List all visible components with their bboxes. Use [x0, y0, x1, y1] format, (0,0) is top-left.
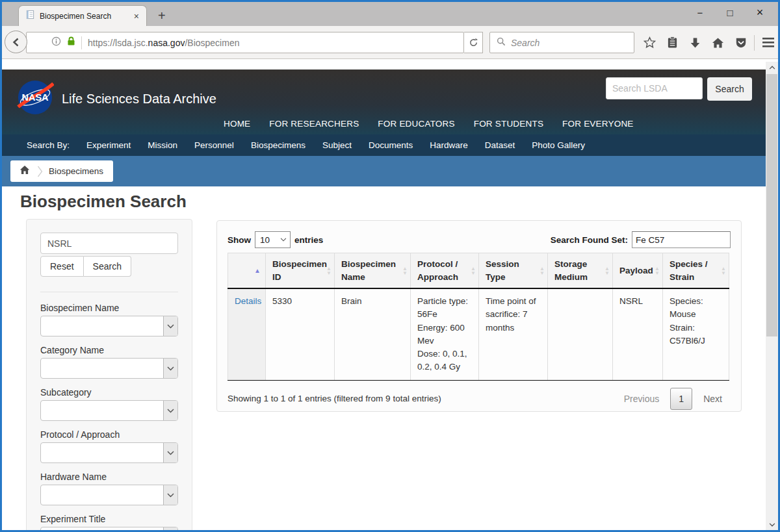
- found-set-label: Search Found Set:: [551, 235, 628, 245]
- column-header-biospecimen-name[interactable]: Biospecimen Name▲▼: [335, 253, 411, 289]
- main-nav: HOME FOR RESEARCHERS FOR EDUCATORS FOR S…: [224, 119, 634, 129]
- sort-icons: ▲▼: [540, 266, 545, 275]
- sort-icons: ▲▼: [655, 266, 660, 275]
- nav-for-researchers[interactable]: FOR RESEARCHERS: [269, 119, 359, 129]
- filter-label-subcategory: Subcategory: [40, 387, 178, 398]
- menu-hamburger-icon[interactable]: [757, 38, 779, 47]
- searchby-experiment[interactable]: Experiment: [86, 140, 131, 150]
- column-header-species-strain[interactable]: Species / Strain▲▼: [663, 253, 729, 289]
- searchby-documents[interactable]: Documents: [369, 140, 413, 150]
- sort-ascending-icon: ▲: [254, 266, 261, 275]
- searchby-dataset[interactable]: Dataset: [485, 140, 515, 150]
- new-tab-button[interactable]: +: [153, 8, 171, 23]
- search-by-bar: Search By: Experiment Mission Personnel …: [2, 134, 766, 156]
- site-info-icon[interactable]: [51, 36, 61, 49]
- pagination-page-1[interactable]: 1: [670, 388, 692, 410]
- cell-payload: NSRL: [613, 288, 663, 380]
- column-header-biospecimen-id[interactable]: Biospecimen ID▲▼: [266, 253, 335, 289]
- filter-select-subcategory[interactable]: [40, 400, 178, 421]
- column-header-session-type[interactable]: Session Type▲▼: [479, 253, 548, 289]
- bookmark-star-icon[interactable]: [638, 36, 661, 49]
- pagination-next[interactable]: Next: [703, 394, 722, 404]
- nav-for-everyone[interactable]: FOR EVERYONE: [562, 119, 633, 129]
- sort-icons: ▲▼: [402, 266, 408, 275]
- sort-icons: ▲▼: [721, 266, 726, 275]
- downloads-icon[interactable]: [684, 37, 707, 49]
- nav-for-students[interactable]: FOR STUDENTS: [474, 119, 543, 129]
- filter-select-biospecimen-name[interactable]: [40, 316, 178, 336]
- url-bar[interactable]: https://lsda.jsc.nasa.gov/Biospecimen: [26, 32, 464, 53]
- reload-button[interactable]: [464, 32, 483, 53]
- chevron-down-icon: [163, 443, 177, 462]
- back-arrow-icon: [11, 37, 21, 47]
- searchby-subject[interactable]: Subject: [322, 140, 352, 150]
- window-close-button[interactable]: ×: [751, 6, 769, 19]
- svg-text:NASA: NASA: [21, 92, 49, 103]
- breadcrumb: Biospecimens: [10, 160, 113, 182]
- search-button[interactable]: Search: [84, 256, 131, 277]
- filter-select-protocol-approach[interactable]: [40, 442, 178, 463]
- pagination-previous[interactable]: Previous: [624, 394, 659, 404]
- pocket-icon[interactable]: [729, 37, 752, 49]
- window-maximize-button[interactable]: □: [721, 7, 739, 18]
- column-header-storage-medium[interactable]: Storage Medium▲▼: [548, 253, 613, 289]
- scrollbar-thumb[interactable]: [766, 74, 777, 336]
- searchby-biospecimens[interactable]: Biospecimens: [251, 140, 306, 150]
- window-minimize-button[interactable]: −: [691, 7, 709, 18]
- details-link[interactable]: Details: [235, 296, 261, 306]
- column-header-details[interactable]: ▲: [228, 253, 266, 289]
- browser-search-box[interactable]: Search: [489, 32, 634, 53]
- search-by-label: Search By:: [27, 140, 70, 150]
- sort-icons: ▲▼: [471, 266, 476, 275]
- page-scrollbar[interactable]: [766, 62, 778, 530]
- home-icon[interactable]: [707, 37, 729, 49]
- found-set-input[interactable]: [632, 231, 731, 248]
- nav-home[interactable]: HOME: [224, 119, 250, 129]
- tab-close-icon[interactable]: ×: [132, 11, 141, 21]
- site-title[interactable]: Life Sciences Data Archive: [62, 92, 216, 107]
- page-title: Biospecimen Search: [20, 192, 187, 212]
- entries-label: entries: [294, 235, 323, 245]
- scrollbar-up-icon[interactable]: [766, 62, 778, 73]
- searchby-personnel[interactable]: Personnel: [194, 140, 234, 150]
- cell-biospecimen-id: 5330: [266, 288, 335, 380]
- page-viewport: NASA Life Sciences Data Archive Search H…: [2, 59, 778, 530]
- reset-button[interactable]: Reset: [40, 256, 84, 277]
- filter-label-protocol-approach: Protocol / Approach: [40, 429, 178, 440]
- favicon-page-icon: [25, 10, 35, 22]
- page-size-select[interactable]: 10: [255, 231, 291, 248]
- titlebar: Biospecimen Search × + − □ ×: [2, 2, 778, 26]
- breadcrumb-home-icon[interactable]: [20, 165, 30, 177]
- toolbar-divider: [754, 35, 755, 51]
- breadcrumb-current[interactable]: Biospecimens: [49, 166, 103, 176]
- clipboard-icon[interactable]: [661, 36, 684, 49]
- lock-icon[interactable]: [67, 36, 75, 49]
- lsda-search-input[interactable]: [606, 77, 703, 99]
- keyword-input[interactable]: [40, 233, 178, 254]
- cell-species-strain: Species: Mouse Strain: C57Bl6/J: [663, 288, 729, 380]
- cell-details: Details: [228, 288, 266, 380]
- scrollbar-down-icon[interactable]: [766, 519, 778, 530]
- column-header-payload[interactable]: Payload▲▼: [613, 253, 663, 289]
- sort-icons: ▲▼: [604, 266, 610, 275]
- pagination: Previous 1 Next: [624, 388, 722, 410]
- sidebar-divider: [40, 292, 178, 292]
- url-text: https://lsda.jsc.nasa.gov/Biospecimen: [88, 38, 239, 48]
- tab-title: Biospecimen Search: [40, 12, 132, 21]
- back-button[interactable]: [5, 31, 27, 53]
- filter-label-experiment-title: Experiment Title: [40, 514, 178, 524]
- lsda-search-button[interactable]: Search: [707, 77, 752, 101]
- filter-select-category-name[interactable]: [40, 358, 178, 379]
- searchby-hardware[interactable]: Hardware: [430, 140, 468, 150]
- chevron-down-icon: [163, 527, 177, 530]
- column-header-protocol-approach[interactable]: Protocol / Approach▲▼: [411, 253, 479, 289]
- filter-select-experiment-title[interactable]: [40, 527, 178, 530]
- browser-tab[interactable]: Biospecimen Search ×: [18, 5, 147, 26]
- nasa-logo[interactable]: NASA: [16, 79, 54, 119]
- chevron-down-icon: [163, 401, 177, 420]
- filter-select-hardware-name[interactable]: [40, 485, 178, 505]
- nav-for-educators[interactable]: FOR EDUCATORS: [378, 119, 454, 129]
- searchby-photo-gallery[interactable]: Photo Gallery: [532, 140, 585, 150]
- searchby-mission[interactable]: Mission: [148, 140, 177, 150]
- browser-search-placeholder: Search: [511, 38, 540, 48]
